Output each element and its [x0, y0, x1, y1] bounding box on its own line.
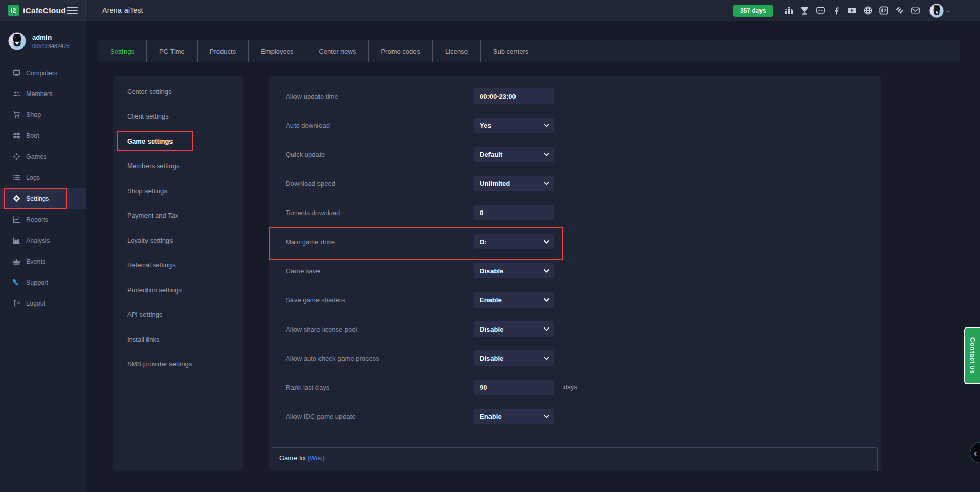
sidebar-item-support[interactable]: Support — [0, 272, 86, 293]
tab-sub-centers[interactable]: Sub centers — [481, 40, 541, 62]
settings-menu-item-game-settings[interactable]: Game settings — [113, 129, 243, 154]
tab-label: PC Time — [159, 48, 185, 55]
settings-menu-item-label: Install links — [127, 336, 160, 343]
sidebar-item-computers[interactable]: Computers — [0, 62, 86, 83]
sidebar-item-logs[interactable]: Logs — [0, 167, 86, 188]
tab-products[interactable]: Products — [198, 40, 249, 62]
sidebar-item-analysis[interactable]: Analysis — [0, 230, 86, 251]
sidebar-item-label: Analysis — [26, 237, 50, 244]
select-dropdown[interactable]: Disable — [474, 350, 554, 366]
sidebar-item-events[interactable]: Events — [0, 251, 86, 272]
select-value: Yes — [480, 122, 491, 129]
sidebar-item-games[interactable]: Games — [0, 146, 86, 167]
select-dropdown[interactable]: Default — [474, 147, 554, 162]
ranking-icon[interactable] — [784, 6, 794, 15]
sidebar-item-label: Support — [26, 279, 48, 286]
sidebar-item-boot[interactable]: Boot — [0, 125, 86, 146]
form-row-download-speed: Download speed Unlimited — [286, 176, 865, 191]
user-id: 005193482475 — [32, 43, 69, 49]
tab-pc-time[interactable]: PC Time — [147, 40, 198, 62]
svg-text:2: 2 — [884, 8, 886, 13]
settings-menu-item-sms-provider-settings[interactable]: SMS provider settings — [113, 352, 243, 377]
user-name: admin — [32, 34, 69, 41]
sidebar-user-card[interactable]: admin 005193482475 — [0, 21, 86, 50]
brand-logo[interactable]: 2 iCafeCloud — [8, 5, 66, 16]
select-dropdown[interactable]: D: — [474, 234, 554, 249]
trophy-icon[interactable] — [800, 6, 810, 15]
layers-icon[interactable] — [895, 6, 904, 15]
sidebar-item-label: Settings — [26, 195, 49, 202]
icafecloud-icon[interactable]: 2 — [879, 6, 889, 15]
select-dropdown[interactable]: Disable — [474, 321, 554, 337]
select-dropdown[interactable]: Enable — [474, 409, 554, 424]
settings-menu-item-install-links[interactable]: Install links — [113, 327, 243, 352]
sidebar-item-settings[interactable]: Settings — [0, 188, 86, 209]
text-input[interactable] — [474, 205, 554, 220]
settings-menu-item-protection-settings[interactable]: Protection settings — [113, 277, 243, 302]
license-days-badge[interactable]: 357 days — [733, 5, 773, 17]
select-dropdown[interactable]: Disable — [474, 263, 554, 278]
form-row-auto-download: Auto download Yes — [286, 118, 865, 133]
tab-employees[interactable]: Employees — [249, 40, 306, 62]
app-window: 2 iCafeCloud Arena aiTest 357 days 2 ⌄ a… — [0, 0, 980, 492]
sidebar-item-label: Logs — [26, 174, 40, 181]
wiki-link[interactable]: (Wiki) — [308, 454, 325, 462]
select-value: D: — [480, 238, 487, 246]
form-row-allow-idc-game-update: Allow IDC game update Enable — [286, 409, 865, 424]
settings-menu-item-api-settings[interactable]: API settings — [113, 302, 243, 327]
sidebar-item-label: Reports — [26, 216, 48, 223]
contact-us-button[interactable]: Contact us — [964, 327, 980, 384]
settings-menu-panel: Center settings Client settings Game set… — [113, 76, 243, 471]
settings-menu-item-client-settings[interactable]: Client settings — [113, 104, 243, 129]
sidebar-item-logout[interactable]: Logout — [0, 293, 86, 314]
sidebar-item-members[interactable]: Members — [0, 83, 86, 104]
tab-settings[interactable]: Settings — [98, 40, 147, 62]
globe-icon[interactable] — [863, 6, 873, 15]
field-label: Allow share license pool — [286, 325, 474, 333]
user-menu[interactable]: ⌄ — [929, 4, 950, 18]
settings-menu-item-payment-and-tax[interactable]: Payment and Tax — [113, 203, 243, 228]
settings-menu-item-label: Game settings — [127, 137, 173, 145]
tab-promo-codes[interactable]: Promo codes — [369, 40, 433, 62]
settings-menu-item-center-settings[interactable]: Center settings — [113, 79, 243, 104]
settings-menu-item-referral-settings[interactable]: Referral settings — [113, 253, 243, 278]
field-label: Allow auto check game process — [286, 355, 474, 362]
select-dropdown[interactable]: Yes — [474, 118, 554, 133]
settings-menu-item-label: Center settings — [127, 88, 172, 96]
chevron-down-icon — [544, 240, 549, 244]
sidebar-item-reports[interactable]: Reports — [0, 209, 86, 230]
settings-menu-item-label: Protection settings — [127, 286, 182, 294]
sidebar-item-shop[interactable]: Shop — [0, 104, 86, 125]
text-input[interactable] — [474, 380, 554, 395]
select-dropdown[interactable]: Enable — [474, 292, 554, 308]
settings-menu-item-label: API settings — [127, 311, 162, 318]
tab-label: Sub centers — [493, 48, 528, 55]
settings-menu-item-members-settings[interactable]: Members settings — [113, 154, 243, 179]
tab-license[interactable]: License — [433, 40, 481, 62]
tab-center-news[interactable]: Center news — [306, 40, 369, 62]
discord-icon[interactable] — [816, 6, 825, 15]
settings-menu-item-shop-settings[interactable]: Shop settings — [113, 178, 243, 203]
game-fix-title-text: Game fix — [279, 454, 306, 462]
collapse-panel-button[interactable]: ‹ — [970, 442, 980, 463]
chevron-down-icon — [544, 327, 549, 331]
monitor-icon — [13, 69, 20, 77]
form-row-save-game-shaders: Save game shaders Enable — [286, 292, 865, 308]
avatar — [8, 32, 26, 50]
mail-icon[interactable] — [911, 6, 920, 15]
youtube-icon[interactable] — [847, 6, 857, 15]
section-tabs: Settings PC Time Products Employees Cent… — [98, 40, 960, 62]
field-label: Download speed — [286, 180, 474, 188]
brand-name: iCafeCloud — [23, 6, 66, 15]
facebook-icon[interactable] — [831, 6, 841, 15]
text-input[interactable] — [474, 88, 554, 104]
hamburger-menu-icon[interactable] — [67, 7, 78, 14]
tab-label: Settings — [110, 48, 134, 55]
tab-label: Center news — [318, 48, 356, 55]
settings-menu-item-label: Loyalty settings — [127, 237, 173, 244]
select-dropdown[interactable]: Unlimited — [474, 176, 554, 191]
tab-label: Employees — [261, 48, 293, 55]
form-row-allow-auto-check-game-process: Allow auto check game process Disable — [286, 350, 865, 366]
phone-icon — [13, 278, 20, 286]
settings-menu-item-loyalty-settings[interactable]: Loyalty settings — [113, 228, 243, 253]
